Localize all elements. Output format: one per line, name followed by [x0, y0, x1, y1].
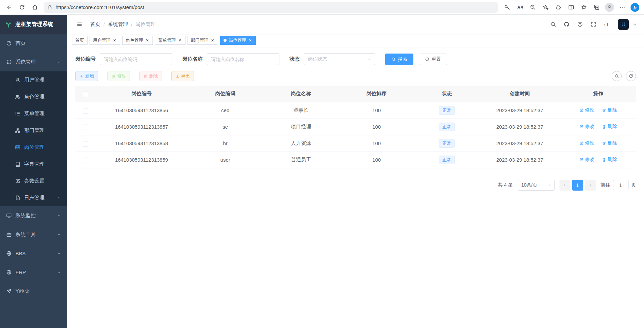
toggle-search-button[interactable]: [612, 71, 622, 81]
row-delete-button[interactable]: 删除: [602, 157, 617, 163]
row-checkbox[interactable]: [83, 108, 88, 113]
row-edit-button[interactable]: 修改: [579, 107, 595, 113]
sidebar: 意框架管理系统 首页 系统管理 用户管理: [0, 15, 67, 328]
table-toolbar: 新增 修改 删除 导出: [75, 71, 636, 81]
breadcrumb-home[interactable]: 首页: [90, 21, 100, 28]
sidebar-item-yi-framework[interactable]: Yi框架: [0, 282, 67, 300]
chevron-down-icon: [57, 196, 61, 200]
row-checkbox[interactable]: [83, 125, 88, 130]
sidebar-item-menu-management[interactable]: 菜单管理: [0, 105, 67, 122]
find-icon: [530, 4, 536, 10]
row-delete-label: 删除: [608, 157, 617, 163]
export-icon: [175, 74, 179, 78]
reload-button[interactable]: [15, 1, 28, 14]
extensions-button[interactable]: [552, 1, 565, 14]
browser-profile-button[interactable]: [603, 1, 616, 14]
close-icon[interactable]: [210, 38, 215, 42]
prev-page-button[interactable]: [560, 180, 570, 191]
user-avatar[interactable]: [618, 19, 629, 30]
status-select[interactable]: 岗位状态: [304, 53, 375, 65]
tab-user-management[interactable]: 用户管理: [90, 36, 120, 45]
sidebar-item-param-settings[interactable]: 参数设置: [0, 172, 67, 189]
tab-menu-management[interactable]: 菜单管理: [155, 36, 185, 45]
close-icon[interactable]: [248, 38, 252, 42]
row-delete-label: 删除: [608, 140, 617, 146]
lock-icon[interactable]: [47, 5, 52, 10]
browser-menu-button[interactable]: [616, 1, 629, 14]
sidebar-item-log-management[interactable]: 日志管理: [0, 189, 67, 206]
back-icon: [6, 4, 12, 10]
page-size-select[interactable]: 10条/页: [518, 180, 555, 191]
sidebar-item-role-management[interactable]: 角色管理: [0, 88, 67, 105]
row-edit-button[interactable]: 修改: [579, 124, 595, 130]
read-aloud-button[interactable]: [513, 1, 526, 14]
help-button[interactable]: [574, 18, 586, 30]
sidebar-item-system-management[interactable]: 系统管理: [0, 53, 67, 71]
search-button[interactable]: 搜索: [385, 54, 413, 65]
refresh-table-button[interactable]: [626, 71, 636, 81]
sidebar-item-system-tools[interactable]: 系统工具: [0, 225, 67, 244]
row-edit-button[interactable]: 修改: [579, 140, 595, 146]
post-code-label: 岗位编号: [75, 56, 96, 62]
sidebar-item-dict-management[interactable]: 字典管理: [0, 156, 67, 172]
address-bar[interactable]: https://ccnetcore.com:1101/system/post: [44, 2, 498, 13]
post-name-input[interactable]: [207, 53, 279, 65]
sidebar-item-dept-management[interactable]: 部门管理: [0, 122, 67, 139]
breadcrumb-system[interactable]: 系统管理: [108, 21, 128, 28]
saved-passwords-button[interactable]: [501, 1, 513, 14]
collections-button[interactable]: [590, 1, 603, 14]
delete-button-label: 删除: [149, 73, 158, 79]
row-delete-button[interactable]: 删除: [602, 140, 617, 146]
export-button[interactable]: 导出: [171, 71, 194, 81]
table-row: 1641030593112313858 hr 人力资源 100 正常 2023-…: [75, 135, 636, 152]
delete-button[interactable]: 删除: [139, 71, 162, 81]
sidebar-toggle[interactable]: [73, 18, 86, 30]
font-size-button[interactable]: [601, 18, 613, 30]
header-search-button[interactable]: [547, 18, 559, 30]
sidebar-item-post-management[interactable]: 岗位管理: [0, 139, 67, 156]
github-link[interactable]: [561, 18, 573, 30]
tab-home[interactable]: 首页: [72, 36, 88, 45]
next-page-button[interactable]: [585, 180, 596, 191]
tab-role-management[interactable]: 角色管理: [122, 36, 153, 45]
favorites-button[interactable]: [577, 1, 590, 14]
add-button[interactable]: 新增: [75, 71, 98, 81]
bing-copilot-button[interactable]: [629, 1, 641, 14]
goto-page-input[interactable]: [613, 180, 629, 190]
close-icon[interactable]: [145, 38, 149, 42]
cell-created: 2023-03-29 18:52:37: [479, 102, 561, 119]
row-delete-button[interactable]: 删除: [602, 124, 617, 130]
select-all-checkbox[interactable]: [83, 92, 88, 97]
close-icon[interactable]: [112, 38, 117, 42]
reset-button[interactable]: 重置: [419, 54, 447, 65]
bing-icon: [630, 3, 640, 12]
refresh-icon: [19, 4, 25, 10]
tab-post-management[interactable]: 岗位管理: [220, 36, 256, 45]
tab-dept-management[interactable]: 部门管理: [188, 36, 218, 45]
close-icon[interactable]: [178, 38, 182, 42]
page-number-1[interactable]: 1: [572, 180, 583, 191]
row-checkbox[interactable]: [83, 158, 88, 163]
back-button[interactable]: [3, 1, 15, 14]
sidebar-item-system-monitor[interactable]: 系统监控: [0, 206, 67, 225]
sidebar-item-user-management[interactable]: 用户管理: [0, 71, 67, 88]
sidebar-item-home[interactable]: 首页: [0, 34, 67, 53]
caret-down-icon[interactable]: [632, 22, 638, 28]
cell-post-code: hr: [188, 135, 263, 152]
column-header-post-id: 岗位编号: [96, 86, 188, 102]
post-code-input[interactable]: [100, 53, 172, 65]
home-button[interactable]: [28, 1, 41, 14]
find-zoom-button[interactable]: [526, 1, 539, 14]
sidebar-item-erp[interactable]: ERP: [0, 263, 67, 282]
edit-button[interactable]: 修改: [107, 71, 130, 81]
sidebar-item-bbs[interactable]: BBS: [0, 244, 67, 263]
row-delete-button[interactable]: 删除: [602, 107, 617, 113]
fullscreen-button[interactable]: [587, 18, 600, 30]
column-header-created: 创建时间: [479, 86, 561, 102]
cell-created: 2023-03-29 18:52:37: [479, 119, 561, 135]
split-screen-button[interactable]: [565, 1, 577, 14]
add-favorite-button[interactable]: [539, 1, 552, 14]
row-edit-button[interactable]: 修改: [579, 157, 595, 163]
row-edit-label: 修改: [585, 124, 595, 130]
row-checkbox[interactable]: [83, 141, 88, 146]
